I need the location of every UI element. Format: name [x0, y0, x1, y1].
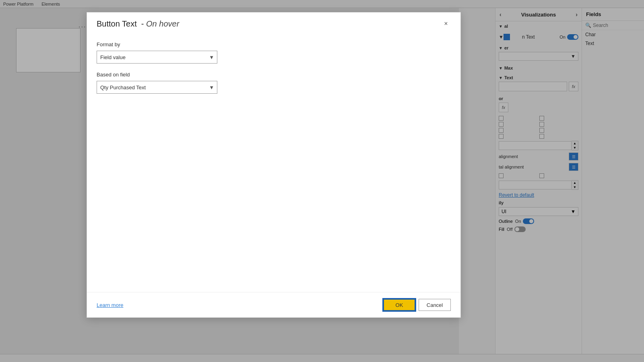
based-on-select-wrapper: Qty Purchased Text Qty Purchased Product… — [97, 81, 217, 94]
ok-button[interactable]: OK — [383, 299, 415, 311]
learn-more-button[interactable]: Learn more — [97, 302, 123, 308]
based-on-select[interactable]: Qty Purchased Text Qty Purchased Product… — [97, 81, 217, 94]
based-on-label: Based on field — [97, 72, 451, 78]
modal-title: Button Text - On hover — [97, 19, 179, 29]
cancel-button[interactable]: Cancel — [419, 299, 451, 311]
format-by-label: Format by — [97, 41, 451, 47]
modal-close-button[interactable]: × — [441, 19, 451, 29]
based-on-group: Based on field Qty Purchased Text Qty Pu… — [97, 72, 451, 94]
modal-dialog: Button Text - On hover × Format by Field… — [87, 12, 461, 318]
modal-body: Format by Field value Rules Field ▼ Base… — [87, 32, 460, 292]
modal-overlay: Button Text - On hover × Format by Field… — [0, 0, 644, 362]
modal-footer: Learn more OK Cancel — [87, 292, 460, 317]
modal-subtitle: On hover — [146, 19, 179, 28]
format-by-select-wrapper: Field value Rules Field ▼ — [97, 51, 217, 64]
format-by-select[interactable]: Field value Rules Field — [97, 51, 217, 64]
footer-buttons: OK Cancel — [383, 299, 451, 311]
format-by-group: Format by Field value Rules Field ▼ — [97, 41, 451, 64]
modal-title-text: Button Text — [97, 19, 137, 28]
modal-header: Button Text - On hover × — [87, 12, 460, 32]
